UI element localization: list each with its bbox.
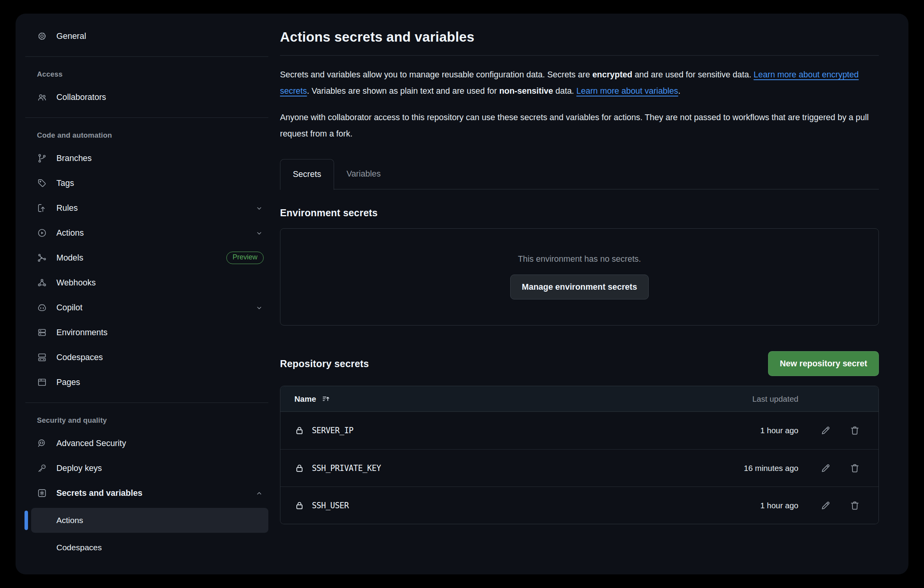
main-content: Actions secrets and variables Secrets an… xyxy=(268,14,908,574)
sidebar-subitem-actions[interactable]: Actions xyxy=(31,508,268,533)
secret-name: SSH_USER xyxy=(312,501,349,510)
secret-last-updated: 16 minutes ago xyxy=(721,464,811,473)
sidebar-divider xyxy=(25,56,268,57)
environment-secrets-empty-box: This environment has no secrets. Manage … xyxy=(280,228,879,326)
delete-secret-button[interactable] xyxy=(840,419,869,442)
code-scan-icon xyxy=(37,438,47,448)
sidebar-item-webhooks[interactable]: Webhooks xyxy=(25,270,268,295)
sidebar-item-branches[interactable]: Branches xyxy=(25,146,268,171)
gear-icon xyxy=(37,31,47,41)
sidebar-divider xyxy=(25,117,268,118)
tab-secrets[interactable]: Secrets xyxy=(280,159,334,190)
environment-empty-text: This environment has no secrets. xyxy=(518,254,641,264)
lock-icon xyxy=(294,463,304,473)
codespaces-icon xyxy=(37,352,47,362)
sidebar-item-environments[interactable]: Environments xyxy=(25,320,268,345)
table-header-row: Name Last updated xyxy=(280,386,878,412)
sidebar-divider xyxy=(25,402,268,403)
sidebar-subitem-codespaces[interactable]: Codespaces xyxy=(31,535,268,560)
sidebar-subitems: ActionsCodespaces xyxy=(25,508,268,560)
link-learn-more-about-variables[interactable]: Learn more about variables xyxy=(576,86,678,96)
chevron-up-icon xyxy=(255,489,264,498)
chevron-down-icon xyxy=(255,303,264,312)
sidebar-item-tags[interactable]: Tags xyxy=(25,171,268,196)
people-icon xyxy=(37,92,47,102)
secret-last-updated: 1 hour ago xyxy=(721,501,811,510)
fork-note-paragraph: Anyone with collaborator access to this … xyxy=(280,109,879,142)
key-icon xyxy=(37,463,47,473)
secret-row-ssh-user: SSH_USER1 hour ago xyxy=(280,486,878,524)
rule-icon xyxy=(37,203,47,213)
tag-icon xyxy=(37,178,47,188)
model-network-icon xyxy=(37,253,47,263)
sidebar-item-collaborators[interactable]: Collaborators xyxy=(25,85,268,110)
settings-page: GeneralAccessCollaboratorsCode and autom… xyxy=(16,14,908,574)
browser-icon xyxy=(37,377,47,387)
key-asterisk-icon xyxy=(37,488,47,498)
sidebar-item-general[interactable]: General xyxy=(25,24,268,49)
delete-secret-button[interactable] xyxy=(840,494,869,517)
preview-badge: Preview xyxy=(226,252,264,264)
sidebar-item-codespaces[interactable]: Codespaces xyxy=(25,345,268,370)
sidebar-item-models[interactable]: ModelsPreview xyxy=(25,245,268,270)
repository-secrets-heading: Repository secrets xyxy=(280,358,369,369)
secrets-variables-tabnav: Secrets Variables xyxy=(280,158,879,189)
secret-row-ssh-private-key: SSH_PRIVATE_KEY16 minutes ago xyxy=(280,449,878,486)
git-branch-icon xyxy=(37,153,47,163)
sidebar-item-advanced-security[interactable]: Advanced Security xyxy=(25,431,268,456)
sidebar-section-security-and-quality: Security and quality xyxy=(25,411,268,431)
repository-secrets-table: Name Last updated SERVER_IP1 hour agoSSH… xyxy=(280,386,879,524)
name-column-header[interactable]: Name xyxy=(294,394,316,404)
sidebar-item-rules[interactable]: Rules xyxy=(25,196,268,220)
new-repository-secret-button[interactable]: New repository secret xyxy=(768,351,879,376)
sidebar-item-deploy-keys[interactable]: Deploy keys xyxy=(25,456,268,481)
edit-secret-button[interactable] xyxy=(811,419,840,442)
sidebar-item-secrets-and-variables[interactable]: Secrets and variables xyxy=(25,481,268,506)
manage-environment-secrets-button[interactable]: Manage environment secrets xyxy=(510,275,649,299)
settings-sidebar: GeneralAccessCollaboratorsCode and autom… xyxy=(16,14,268,574)
delete-secret-button[interactable] xyxy=(840,457,869,480)
edit-secret-button[interactable] xyxy=(811,457,840,480)
secret-last-updated: 1 hour ago xyxy=(721,426,811,435)
page-title: Actions secrets and variables xyxy=(280,29,879,45)
chevron-down-icon xyxy=(255,204,264,213)
sidebar-section-code-and-automation: Code and automation xyxy=(25,126,268,146)
secret-name: SERVER_IP xyxy=(312,426,354,435)
lock-icon xyxy=(294,425,304,436)
webhook-icon xyxy=(37,278,47,288)
edit-secret-button[interactable] xyxy=(811,494,840,517)
secret-name: SSH_PRIVATE_KEY xyxy=(312,464,381,473)
server-icon xyxy=(37,327,47,338)
intro-paragraph: Secrets and variables allow you to manag… xyxy=(280,66,879,99)
play-circle-icon xyxy=(37,228,47,238)
sidebar-item-pages[interactable]: Pages xyxy=(25,370,268,395)
sidebar-item-copilot[interactable]: Copilot xyxy=(25,295,268,320)
last-updated-column-header: Last updated xyxy=(721,394,811,404)
lock-icon xyxy=(294,500,304,511)
secret-row-server-ip: SERVER_IP1 hour ago xyxy=(280,412,878,449)
sidebar-item-actions[interactable]: Actions xyxy=(25,220,268,245)
sidebar-section-access: Access xyxy=(25,65,268,85)
sort-ascending-icon[interactable] xyxy=(322,395,330,403)
copilot-icon xyxy=(37,303,47,313)
title-divider xyxy=(280,55,879,56)
tab-variables[interactable]: Variables xyxy=(334,159,393,189)
environment-secrets-heading: Environment secrets xyxy=(280,207,879,219)
chevron-down-icon xyxy=(255,229,264,238)
